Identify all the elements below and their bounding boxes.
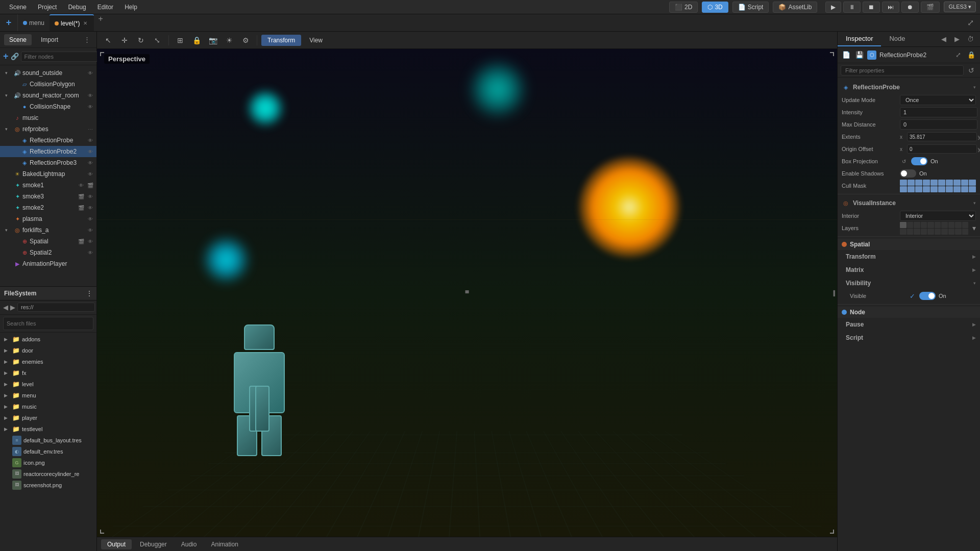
input-intensity[interactable]: [900, 107, 977, 117]
cull-cell-4[interactable]: [923, 180, 930, 186]
cull-cell-16[interactable]: [938, 186, 945, 192]
cull-cell-11[interactable]: [900, 186, 907, 192]
eye-icon-spatial1[interactable]: 👁: [86, 237, 94, 245]
vp-snap-btn[interactable]: 🔒: [189, 33, 204, 47]
eye-icon-spatial2[interactable]: 👁: [86, 248, 94, 257]
fs-back-btn[interactable]: ◀: [3, 302, 8, 313]
add-node-btn[interactable]: +: [3, 50, 9, 63]
fs-folder-menu[interactable]: ▶ 📁 menu: [0, 390, 96, 401]
vp-select-btn[interactable]: ↖: [101, 33, 115, 47]
tab-audio[interactable]: Audio: [175, 539, 203, 549]
film-icon-spatial1[interactable]: 🎬: [77, 237, 85, 245]
tree-item-reflectionprobe3[interactable]: ▶ ◈ ReflectionProbe3 👁: [0, 157, 96, 168]
vp-view-btn[interactable]: View: [303, 35, 329, 46]
fs-forward-btn[interactable]: ▶: [10, 302, 15, 313]
layers-expand-btn[interactable]: ▾: [972, 224, 976, 232]
add-scene-btn[interactable]: +: [3, 17, 14, 29]
tab-add-btn[interactable]: +: [94, 14, 107, 31]
eye-icon-collision-shape[interactable]: 👁: [86, 103, 94, 111]
film-icon-smoke3[interactable]: 🎬: [77, 192, 85, 201]
cull-cell-6[interactable]: [938, 180, 945, 186]
cull-cell-9[interactable]: [961, 180, 968, 186]
tree-item-reflectionprobe2[interactable]: ▶ ◈ ReflectionProbe2 👁: [0, 146, 96, 157]
filter-refresh-btn[interactable]: ↺: [966, 65, 977, 76]
tree-item-music[interactable]: ▶ ♪ music: [0, 112, 96, 123]
layer-cell-14[interactable]: [921, 229, 927, 235]
layer-cell-8[interactable]: [948, 222, 955, 228]
vp-scale-btn[interactable]: ⤡: [150, 33, 164, 47]
origin-x-input[interactable]: [907, 144, 977, 154]
tab-inspector[interactable]: Inspector: [838, 32, 881, 46]
tab-debugger[interactable]: Debugger: [134, 539, 173, 549]
fs-path-input[interactable]: [17, 303, 95, 312]
tree-item-refprobes[interactable]: ▾ ◎ refprobes ⋯: [0, 123, 96, 135]
tree-item-animationplayer[interactable]: ▶ ▶ AnimationPlayer: [0, 258, 96, 269]
layer-cell-10[interactable]: [962, 222, 969, 228]
layer-cell-4[interactable]: [921, 222, 927, 228]
insp-next-btn[interactable]: ▶: [951, 34, 963, 45]
tree-item-collision-polygon[interactable]: ▶ ▱ CollisionPolygon: [0, 79, 96, 90]
viewport[interactable]: Perspective ▐ ▄: [97, 49, 837, 537]
arrow-sound-reactor[interactable]: ▾: [5, 93, 12, 98]
cull-cell-17[interactable]: [946, 186, 953, 192]
tree-item-collision-shape[interactable]: ▶ ● CollisionShape 👁: [0, 101, 96, 112]
menu-help[interactable]: Help: [119, 2, 142, 12]
tab-level[interactable]: level(*) ✕: [50, 14, 94, 31]
select-interior[interactable]: Interior: [900, 211, 976, 221]
scene-header-icon-kebab[interactable]: ⋮: [81, 34, 92, 45]
select-update-mode[interactable]: Once Always: [900, 95, 976, 105]
cull-cell-1[interactable]: [900, 180, 907, 186]
insp-lock-btn[interactable]: 🔒: [966, 49, 977, 61]
insp-history-btn[interactable]: ⏱: [965, 34, 976, 45]
layer-cell-3[interactable]: [914, 222, 920, 228]
tab-node[interactable]: Node: [881, 32, 913, 46]
eye-icon-reflectionprobe1[interactable]: 👁: [86, 136, 94, 144]
vp-sun-btn[interactable]: ☀: [222, 33, 236, 47]
value-layers[interactable]: ▾: [900, 222, 976, 235]
gles-badge[interactable]: GLES3 ▾: [944, 2, 976, 12]
layer-cell-6[interactable]: [935, 222, 941, 228]
layer-cell-9[interactable]: [955, 222, 962, 228]
film-icon-smoke1[interactable]: 🎬: [86, 181, 94, 189]
switch-visible[interactable]: [919, 292, 936, 300]
cull-cell-12[interactable]: [908, 186, 915, 192]
arrow-refprobes[interactable]: ▾: [5, 127, 12, 132]
vp-gizmo-btn[interactable]: ⚙: [238, 33, 253, 47]
fs-folder-level[interactable]: ▶ 📁 level: [0, 379, 96, 390]
layer-cell-12[interactable]: [907, 229, 914, 235]
layer-cell-18[interactable]: [948, 229, 955, 235]
tab-close-level[interactable]: ✕: [82, 20, 89, 27]
section-visibility[interactable]: Visibility ▾: [838, 277, 980, 290]
eye-icon-reflectionprobe2[interactable]: 👁: [86, 147, 94, 156]
layer-cell-19[interactable]: [955, 229, 962, 235]
vp-handle-bottom[interactable]: ▄: [465, 287, 469, 293]
tree-item-plasma[interactable]: ▶ ✦ plasma 👁: [0, 213, 96, 224]
section-matrix[interactable]: Matrix ▶: [838, 263, 980, 277]
cull-mask-grid[interactable]: [900, 180, 976, 192]
layer-cell-7[interactable]: [941, 222, 948, 228]
fs-folder-enemies[interactable]: ▶ 📁 enemies: [0, 356, 96, 367]
btn-assetlib[interactable]: 📦 AssetLib: [773, 2, 817, 13]
input-max-distance[interactable]: [900, 119, 977, 130]
tree-item-smoke1[interactable]: ▶ ✦ smoke1 👁 🎬: [0, 180, 96, 191]
section-visualinstance[interactable]: ◎ VisualInstance ▾: [838, 196, 980, 210]
tree-item-spatial2[interactable]: ▶ ⊕ Spatial2 👁: [0, 247, 96, 258]
btn-play[interactable]: ▶: [825, 2, 841, 13]
extents-x-input[interactable]: [907, 132, 977, 141]
cull-cell-20[interactable]: [969, 186, 976, 192]
fs-file-icon-png[interactable]: G icon.png: [0, 457, 96, 468]
cull-cell-19[interactable]: [961, 186, 968, 192]
eye-icon-bakedlightmap[interactable]: 👁: [86, 170, 94, 178]
insp-save-btn[interactable]: 💾: [854, 49, 865, 61]
cull-cell-8[interactable]: [953, 180, 961, 186]
film-icon-smoke2[interactable]: 🎬: [77, 204, 85, 212]
eye-icon-reflectionprobe3[interactable]: 👁: [86, 159, 94, 167]
value-cull-mask[interactable]: [900, 180, 976, 192]
vp-local-btn[interactable]: ⊞: [173, 33, 187, 47]
insp-doc-btn[interactable]: 📄: [841, 49, 852, 61]
layer-cell-2[interactable]: [907, 222, 914, 228]
vp-camera-btn[interactable]: 📷: [206, 33, 220, 47]
section-script[interactable]: Script ▶: [838, 331, 980, 344]
eye-icon-sound-reactor[interactable]: 👁: [86, 91, 94, 99]
fs-folder-music[interactable]: ▶ 📁 music: [0, 401, 96, 412]
